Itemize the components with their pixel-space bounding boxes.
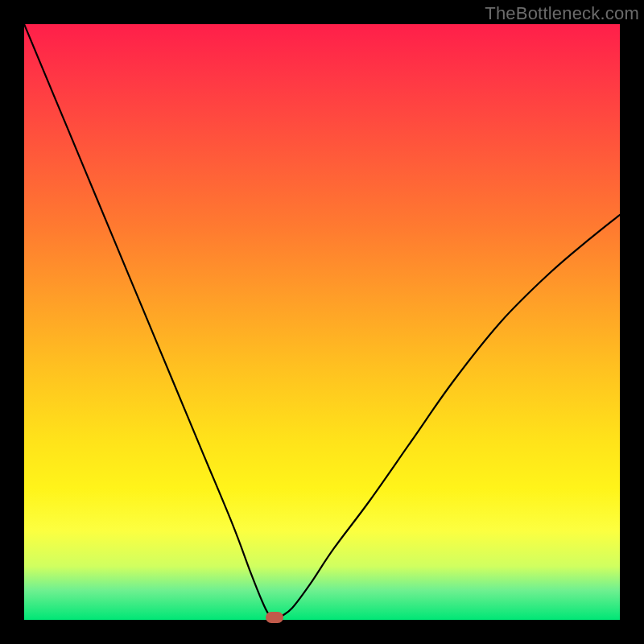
optimum-marker (266, 612, 283, 623)
plot-area (24, 24, 620, 620)
watermark-text: TheBottleneck.com (485, 3, 639, 24)
curve-svg (24, 24, 620, 620)
bottleneck-curve (24, 24, 620, 620)
chart-frame: TheBottleneck.com (0, 0, 644, 644)
